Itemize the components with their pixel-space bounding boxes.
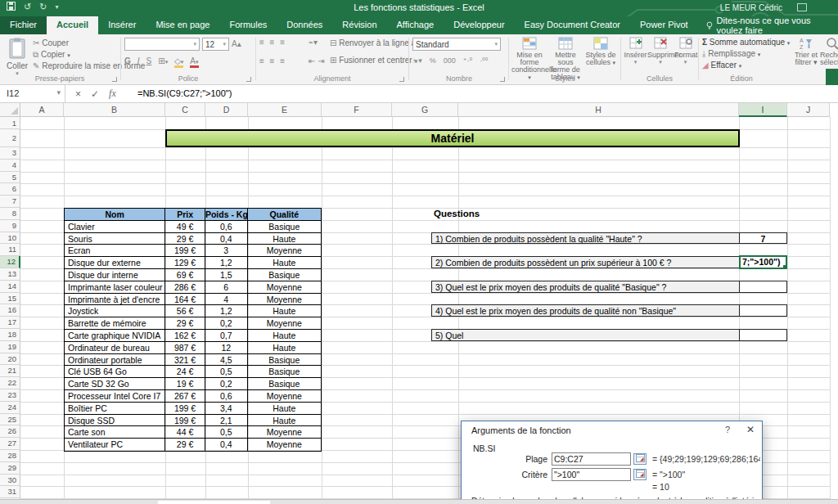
tab-ins-rer[interactable]: Insérer [98, 16, 146, 34]
table-cell[interactable]: 129 € [165, 257, 205, 269]
table-cell[interactable]: Imprimante à jet d'encre [65, 294, 165, 306]
table-cell[interactable]: Moyenne [248, 390, 321, 403]
insert-cells-button[interactable]: Insérer ▾ [624, 37, 647, 65]
font-color-icon[interactable]: A▾ [190, 56, 198, 68]
grow-font-icon[interactable]: A▴ [232, 39, 241, 48]
row-header-29[interactable]: 29 [0, 462, 20, 475]
table-cell[interactable]: Basique [248, 269, 321, 281]
column-header-H[interactable]: H [458, 103, 739, 117]
table-cell[interactable]: Moyenne [248, 317, 321, 330]
table-row[interactable]: Disque dur interne69 €1,5Basique [65, 269, 321, 281]
table-cell[interactable]: 0,5 [205, 366, 248, 378]
table-cell[interactable]: Boîtier PC [65, 403, 165, 415]
table-row[interactable]: Clavier49 €0,6Basique [65, 221, 321, 233]
font-size-combo[interactable]: 12▾ [202, 38, 229, 51]
tab-affichage[interactable]: Affichage [387, 16, 444, 34]
autosum-button[interactable]: Σ Somme automatique ▾ [702, 38, 790, 47]
delete-cells-button[interactable]: Supprimer ▾ [647, 37, 674, 65]
table-cell[interactable]: Ecran [65, 245, 165, 257]
table-header-cell[interactable]: Qualité [248, 209, 321, 221]
table-row[interactable]: Processeur Intel Core I7267 €0,6Moyenne [65, 390, 321, 403]
table-cell[interactable]: Moyenne [248, 439, 321, 451]
row-header-6[interactable]: 6 [0, 183, 20, 196]
cell-styles-button[interactable]: Styles de cellules ▾ [583, 37, 618, 66]
accounting-format-icon[interactable]: ⎁▾ [412, 56, 422, 65]
comma-style-icon[interactable]: 000 [444, 56, 456, 65]
table-row[interactable]: Ecran199 €3Moyenne [65, 245, 321, 257]
table-cell[interactable]: 19 € [165, 378, 205, 390]
table-cell[interactable]: Basique [248, 354, 321, 367]
find-select-button[interactable]: Recherchesélectionn [820, 37, 838, 66]
table-cell[interactable]: 29 € [165, 233, 205, 245]
row-header-9[interactable]: 9 [0, 220, 20, 232]
table-cell[interactable]: Haute [248, 342, 321, 354]
question-box[interactable]: 5) Quel [431, 329, 740, 341]
column-header-D[interactable]: D [205, 103, 248, 117]
row-header-23[interactable]: 23 [0, 389, 20, 402]
table-cell[interactable]: Disque dur externe [65, 257, 165, 269]
row-header-25[interactable]: 25 [0, 414, 20, 426]
question-box[interactable]: 4) Quel est le prix moyen des produits d… [431, 304, 740, 317]
table-cell[interactable]: 1,2 [205, 257, 248, 269]
account-user-name[interactable]: LE MEUR Cédric [720, 3, 782, 12]
table-cell[interactable]: 29 € [165, 439, 205, 451]
delete-dropdown-icon[interactable]: ▾ [647, 59, 674, 65]
row-header-4[interactable]: 4 [0, 160, 20, 172]
row-header-5[interactable]: 5 [0, 172, 20, 184]
table-row[interactable]: Ordinateur portable321 €4,5Basique [65, 354, 321, 367]
table-row[interactable]: Carte graphique NVIDIA162 €0,7Haute [65, 330, 321, 342]
table-header-row[interactable]: NomPrixPoids - KgQualité [65, 209, 321, 221]
row-header-14[interactable]: 14 [0, 281, 20, 293]
table-cell[interactable]: 164 € [165, 294, 205, 306]
fill-color-icon[interactable]: ◇▾ [174, 56, 183, 68]
table-cell[interactable]: Clé USB 64 Go [65, 366, 165, 378]
bold-button[interactable]: G [124, 56, 131, 68]
formula-text[interactable]: =NB.SI(C9:C27;">100") [137, 88, 232, 98]
title-banner-cell[interactable]: Matériel [165, 129, 740, 147]
table-cell[interactable]: Moyenne [248, 294, 321, 306]
table-row[interactable]: Clé USB 64 Go24 €0,5Basique [65, 366, 321, 378]
indent-icons[interactable]: ⇤ ⇥ [309, 56, 325, 65]
table-cell[interactable]: 4,5 [205, 354, 248, 367]
table-cell[interactable]: Haute [248, 233, 321, 245]
table-cell[interactable]: Basique [248, 221, 321, 233]
number-format-combo[interactable]: Standard▾ [412, 38, 501, 51]
column-header-F[interactable]: F [322, 103, 392, 117]
column-header-E[interactable]: E [248, 103, 322, 117]
dialog-close-icon[interactable]: ✕ [746, 424, 755, 435]
row-header-28[interactable]: 28 [0, 450, 20, 462]
tab-mise-en-page[interactable]: Mise en page [146, 16, 219, 34]
table-cell[interactable]: 199 € [165, 245, 205, 257]
table-cell[interactable]: 29 € [165, 317, 205, 330]
table-cell[interactable]: Carte SD 32 Go [65, 378, 165, 390]
range-field-input[interactable]: C9:C27 [552, 452, 631, 466]
column-header-I[interactable]: I [739, 103, 787, 117]
question-box[interactable]: 2) Combien de produits possèdent un prix… [431, 256, 740, 268]
format-dropdown-icon[interactable]: ▾ [674, 59, 696, 65]
insert-function-icon[interactable]: fx [109, 88, 116, 100]
sort-filter-button[interactable]: AZ Trier etfiltrer ▾ [794, 37, 818, 66]
table-cell[interactable]: Haute [248, 415, 321, 427]
merge-center-button[interactable]: ⊞ Fusionner et centrer ▾ [330, 56, 417, 65]
table-cell[interactable]: 44 € [165, 426, 205, 439]
table-header-cell[interactable]: Prix [165, 209, 205, 221]
table-cell[interactable]: Haute [248, 330, 321, 342]
table-cell[interactable]: 0,6 [205, 390, 248, 403]
tab-fichier[interactable]: Fichier [0, 16, 47, 34]
alignment-dialog-launcher-icon[interactable] [399, 77, 404, 82]
cancel-entry-icon[interactable]: × [75, 88, 81, 100]
table-cell[interactable]: Barrette de mémoire [65, 317, 165, 330]
table-cell[interactable]: Clavier [65, 221, 165, 233]
table-row[interactable]: Barrette de mémoire29 €0,2Moyenne [65, 317, 321, 330]
row-header-31[interactable]: 31 [0, 486, 20, 498]
tab-easy-document-creator[interactable]: Easy Document Creator [515, 16, 630, 34]
row-header-18[interactable]: 18 [0, 329, 20, 341]
table-cell[interactable]: 0,2 [205, 378, 248, 390]
table-cell[interactable]: 1,2 [205, 305, 248, 317]
tab-power-pivot[interactable]: Power Pivot [630, 16, 698, 34]
table-cell[interactable]: Ordinateur de bureau [65, 342, 165, 354]
table-cell[interactable]: 199 € [165, 415, 205, 427]
row-header-20[interactable]: 20 [0, 353, 20, 366]
confirm-entry-icon[interactable]: ✓ [91, 88, 99, 100]
row-header-27[interactable]: 27 [0, 438, 20, 450]
